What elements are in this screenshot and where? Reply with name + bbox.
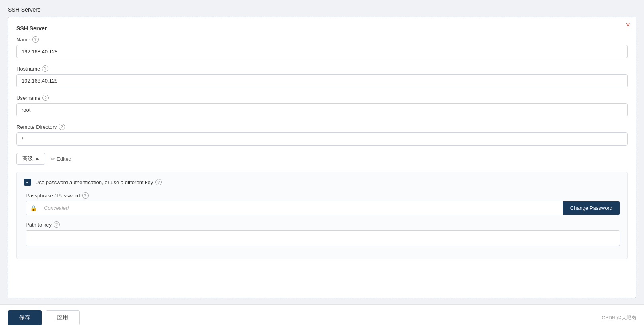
username-input[interactable] <box>16 103 628 116</box>
advanced-button[interactable]: 高级 <box>16 153 45 165</box>
hostname-label: Hostname ? <box>16 65 628 72</box>
hostname-field-group: Hostname ? <box>16 65 628 87</box>
use-password-help-icon: ? <box>155 179 162 185</box>
concealed-text: Concealed <box>41 202 563 214</box>
remote-directory-label: Remote Directory ? <box>16 124 628 130</box>
change-password-button[interactable]: Change Password <box>563 201 620 215</box>
path-to-key-input[interactable] <box>26 230 620 246</box>
advanced-row: 高级 ✏ Edited <box>16 153 628 165</box>
username-field-group: Username ? <box>16 95 628 116</box>
remote-directory-help-icon: ? <box>59 124 65 130</box>
passphrase-field-group: Passphrase / Password ? 🔒 Concealed Chan… <box>24 192 620 215</box>
page-title: SSH Servers <box>8 6 636 13</box>
name-input[interactable] <box>16 45 628 58</box>
footer-bar: 保存 应用 CSDN @太肥肉 <box>0 304 644 331</box>
use-password-checkbox[interactable] <box>24 179 31 186</box>
password-row: 🔒 Concealed Change Password <box>26 201 620 215</box>
remote-directory-input[interactable] <box>16 132 628 146</box>
chevron-up-icon <box>35 158 39 160</box>
hostname-help-icon: ? <box>42 65 48 72</box>
path-to-key-field-group: Path to key ? <box>24 221 620 246</box>
advanced-button-label: 高级 <box>22 155 33 162</box>
close-button[interactable]: × <box>626 21 630 28</box>
lock-icon: 🔒 <box>26 202 41 215</box>
hostname-input[interactable] <box>16 74 628 87</box>
name-field-group: Name ? <box>16 36 628 58</box>
username-label: Username ? <box>16 95 628 101</box>
name-help-icon: ? <box>32 36 39 43</box>
section-title: SSH Server <box>16 25 628 32</box>
passphrase-help-icon: ? <box>82 192 89 199</box>
pencil-icon: ✏ <box>51 156 55 162</box>
footer-watermark: CSDN @太肥肉 <box>602 315 636 321</box>
username-help-icon: ? <box>42 95 49 101</box>
apply-button[interactable]: 应用 <box>46 310 80 325</box>
passphrase-label: Passphrase / Password ? <box>26 192 620 199</box>
path-to-key-help-icon: ? <box>54 221 60 228</box>
footer-actions: 保存 应用 <box>8 310 80 325</box>
advanced-section: Use password authentication, or use a di… <box>16 172 628 259</box>
name-label: Name ? <box>16 36 628 43</box>
ssh-server-card: × SSH Server Name ? Hostname ? Username … <box>8 17 636 298</box>
save-button[interactable]: 保存 <box>8 310 42 325</box>
path-to-key-label: Path to key ? <box>26 221 620 228</box>
use-password-label: Use password authentication, or use a di… <box>35 179 162 185</box>
use-password-row: Use password authentication, or use a di… <box>24 179 620 186</box>
remote-directory-field-group: Remote Directory ? <box>16 124 628 146</box>
edited-indicator: ✏ Edited <box>51 156 71 162</box>
